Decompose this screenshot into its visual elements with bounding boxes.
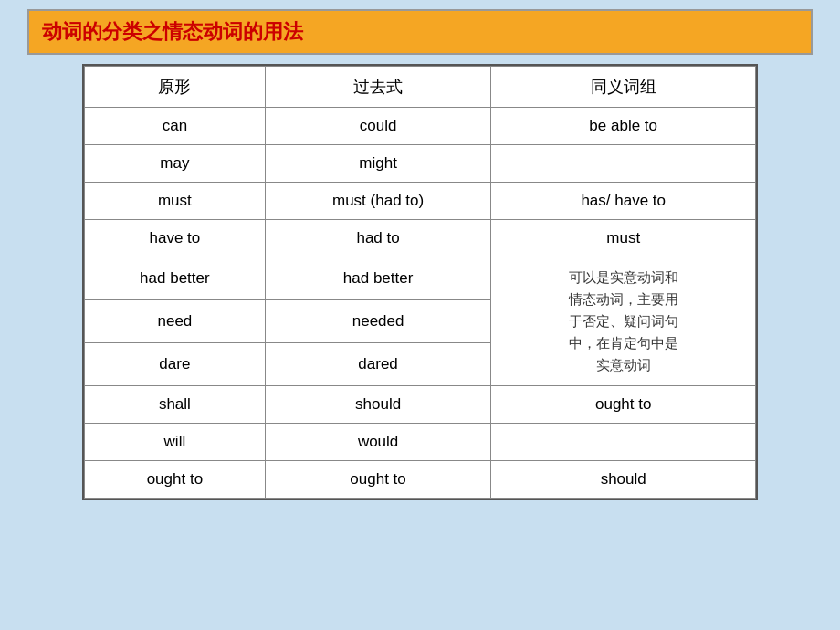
table-row: had better had better 可以是实意动词和情态动词，主要用于否… <box>85 257 756 300</box>
cell-original: will <box>85 424 266 461</box>
cell-synonym: ought to <box>491 386 756 424</box>
cell-past: must (had to) <box>265 183 491 220</box>
cell-past: should <box>265 386 491 424</box>
cell-past: dared <box>265 343 491 386</box>
cell-past: had better <box>265 257 491 300</box>
header-col2: 过去式 <box>265 67 491 108</box>
modal-verbs-table: 原形 过去式 同义词组 can could be able to may mig… <box>84 66 756 499</box>
table-row: may might <box>85 145 756 183</box>
cell-original: can <box>85 108 266 145</box>
cell-original: ought to <box>85 461 266 499</box>
cell-synonym: should <box>491 461 756 499</box>
cell-past: needed <box>265 300 491 343</box>
title-bar: 动词的分类之情态动词的用法 <box>27 9 813 55</box>
table-row: must must (had to) has/ have to <box>85 183 756 220</box>
table-row: shall should ought to <box>85 386 756 424</box>
table-wrapper: 原形 过去式 同义词组 can could be able to may mig… <box>82 64 758 500</box>
cell-original: may <box>85 145 266 183</box>
header-col1: 原形 <box>85 67 266 108</box>
header-col3: 同义词组 <box>491 67 756 108</box>
table-header-row: 原形 过去式 同义词组 <box>85 67 756 108</box>
cell-synonym: has/ have to <box>491 183 756 220</box>
cell-past: would <box>265 424 491 461</box>
cell-past: had to <box>265 220 491 257</box>
page-title: 动词的分类之情态动词的用法 <box>42 20 303 43</box>
cell-original: have to <box>85 220 266 257</box>
cell-synonym: must <box>491 220 756 257</box>
merged-cell-note: 可以是实意动词和情态动词，主要用于否定、疑问词句中，在肯定句中是实意动词 <box>491 257 756 386</box>
cell-past: could <box>265 108 491 145</box>
table-row: can could be able to <box>85 108 756 145</box>
cell-synonym <box>491 424 756 461</box>
cell-original: shall <box>85 386 266 424</box>
table-row: have to had to must <box>85 220 756 257</box>
cell-past: might <box>265 145 491 183</box>
cell-past: ought to <box>265 461 491 499</box>
cell-original: need <box>85 300 266 343</box>
cell-original: must <box>85 183 266 220</box>
table-row: ought to ought to should <box>85 461 756 499</box>
table-row: will would <box>85 424 756 461</box>
cell-original: dare <box>85 343 266 386</box>
cell-synonym <box>491 145 756 183</box>
cell-original: had better <box>85 257 266 300</box>
cell-synonym: be able to <box>491 108 756 145</box>
